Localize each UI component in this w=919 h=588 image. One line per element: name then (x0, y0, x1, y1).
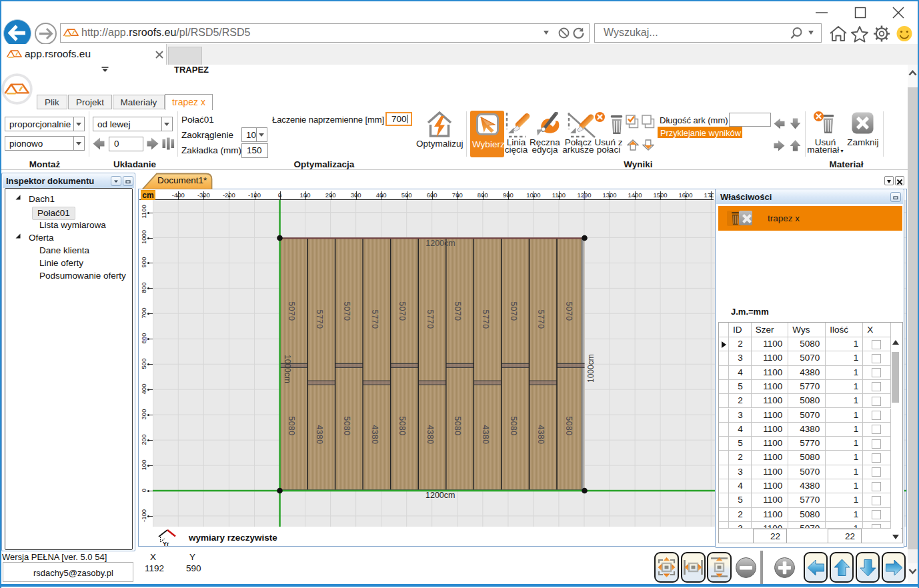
svg-text:1200cm: 1200cm (425, 491, 455, 500)
svg-text:5770: 5770 (481, 309, 490, 329)
svg-text:5080: 5080 (453, 416, 462, 435)
svg-text:Yr: Yr (163, 541, 169, 547)
svg-text:1200cm: 1200cm (425, 239, 455, 248)
svg-text:5770: 5770 (370, 309, 379, 329)
svg-text:5770: 5770 (536, 309, 546, 329)
svg-text:5070: 5070 (397, 301, 407, 321)
svg-text:4380: 4380 (481, 425, 490, 444)
svg-text:5070: 5070 (509, 301, 518, 321)
svg-text:5070: 5070 (564, 301, 574, 321)
svg-text:5070: 5070 (342, 301, 351, 321)
svg-text:5070: 5070 (287, 301, 296, 321)
svg-text:4380: 4380 (315, 425, 324, 444)
svg-text:5080: 5080 (564, 416, 574, 435)
svg-text:5080: 5080 (397, 416, 407, 435)
svg-text:5770: 5770 (425, 309, 435, 329)
svg-text:5070: 5070 (453, 301, 462, 321)
svg-text:5080: 5080 (342, 416, 351, 435)
svg-text:5080: 5080 (287, 416, 296, 435)
svg-text:4380: 4380 (425, 425, 435, 444)
svg-text:5770: 5770 (315, 309, 324, 329)
svg-text:1000cm: 1000cm (283, 355, 292, 383)
svg-text:5080: 5080 (509, 416, 518, 435)
svg-text:1000cm: 1000cm (586, 354, 596, 383)
svg-text:4380: 4380 (370, 425, 379, 444)
svg-text:4380: 4380 (536, 425, 546, 444)
